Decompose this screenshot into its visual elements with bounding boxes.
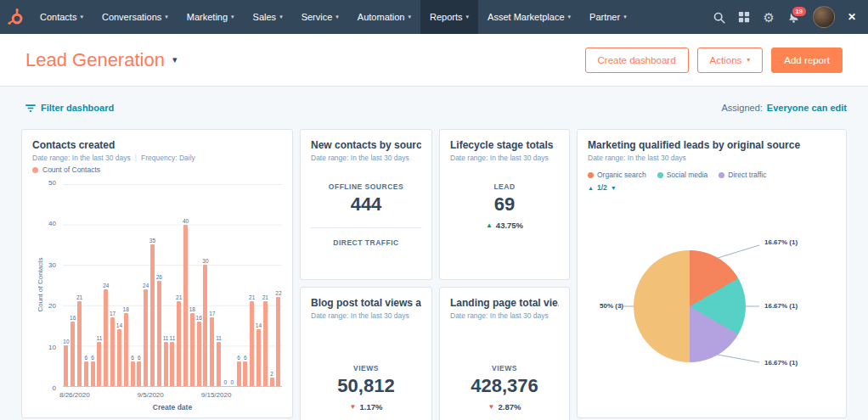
notification-count-badge: 19 — [791, 5, 808, 19]
delta-value: 43.75% — [496, 221, 523, 230]
nav-utilities: ⚙ 19 ✕ — [713, 0, 868, 34]
nav-item-marketing[interactable]: Marketing▾ — [178, 0, 244, 34]
nav-item-automation[interactable]: Automation▾ — [348, 0, 420, 34]
trend-down-icon: ▼ — [350, 404, 357, 411]
nav-item-reports[interactable]: Reports▾ — [420, 0, 478, 34]
dashboard-header: Lead Generation ▾ Create dashboard Actio… — [0, 34, 868, 87]
user-avatar[interactable] — [813, 6, 835, 28]
date-range-label: Date range: In the last 30 days — [588, 154, 836, 162]
pie-slice-label: 16.67% (1) — [764, 359, 798, 367]
date-range-label: Date range: In the last 30 days — [32, 154, 131, 162]
nav-item-partner[interactable]: Partner▾ — [580, 0, 636, 34]
pie-slice-label: 16.67% (1) — [764, 238, 798, 246]
x-axis-title: Create date — [63, 403, 282, 412]
legend-label: Social media — [667, 171, 708, 179]
legend-pagination[interactable]: ▲ 1/2 ▼ — [578, 179, 846, 192]
page-indicator: 1/2 — [597, 183, 607, 192]
legend-label: Organic search — [597, 171, 646, 179]
top-navigation: Contacts▾ Conversations▾ Marketing▾ Sale… — [0, 0, 868, 34]
card-title: New contacts by source — [311, 139, 421, 151]
legend-item: Social media — [657, 171, 708, 179]
chevron-down-icon: ▾ — [335, 14, 339, 20]
delta-value: 2.87% — [498, 402, 521, 412]
nav-item-service[interactable]: Service▾ — [292, 0, 348, 34]
metric-block: OFFLINE SOURCES 444 — [301, 182, 431, 216]
legend-dot — [588, 172, 594, 178]
x-tick: 9/15/2020 — [201, 391, 232, 399]
notifications-bell-icon[interactable]: 19 — [787, 11, 800, 24]
assigned-label: Assigned: — [722, 103, 763, 113]
actions-button[interactable]: Actions▾ — [697, 48, 764, 73]
filter-dashboard-link[interactable]: Filter dashboard — [25, 103, 114, 113]
metric-delta: ▼ 1.17% — [301, 402, 431, 412]
card-contacts-created: Contacts created Date range: In the last… — [21, 129, 293, 418]
trend-down-icon: ▼ — [488, 404, 495, 411]
x-axis-ticks: 8/26/2020 9/5/2020 9/15/2020 — [63, 391, 282, 400]
chevron-down-icon: ▾ — [80, 14, 83, 20]
x-tick: 8/26/2020 — [59, 391, 90, 399]
legend-item: Organic search — [588, 171, 646, 179]
legend-dot — [32, 167, 38, 173]
chevron-down-icon: ▾ — [165, 14, 168, 20]
pie-legend: Organic search Social media Direct traff… — [578, 162, 846, 179]
bar-series: 1016216611241714186624352611112140181630… — [63, 184, 282, 386]
card-new-contacts-by-source: New contacts by source Date range: In th… — [300, 129, 432, 280]
card-lifecycle-stage-totals: Lifecycle stage totals Date range: In th… — [439, 129, 570, 280]
nav-item-conversations[interactable]: Conversations▾ — [93, 0, 178, 34]
card-title: Contacts created — [32, 139, 282, 151]
add-report-button[interactable]: Add report — [771, 48, 843, 73]
trend-up-icon: ▲ — [486, 222, 493, 229]
bar-chart-plot: 1016216611241714186624352611112140181630… — [63, 184, 282, 387]
chevron-down-icon: ▾ — [568, 14, 572, 20]
metric-value: 428,376 — [440, 375, 569, 397]
assigned-value-link[interactable]: Everyone can edit — [767, 103, 847, 113]
button-label: Actions — [710, 55, 742, 65]
nav-item-label: Service — [302, 12, 333, 22]
metric-value: 444 — [301, 193, 431, 216]
create-dashboard-button[interactable]: Create dashboard — [585, 48, 689, 73]
metric-value: 69 — [440, 193, 569, 216]
nav-item-sales[interactable]: Sales▾ — [244, 0, 292, 34]
nav-item-label: Asset Marketplace — [488, 12, 564, 22]
chevron-down-icon: ▾ — [409, 14, 412, 20]
page-title: Lead Generation — [25, 49, 165, 71]
settings-gear-icon[interactable]: ⚙ — [763, 11, 774, 24]
nav-item-asset-marketplace[interactable]: Asset Marketplace▾ — [478, 0, 580, 34]
pie-slice-label: 16.67% (1) — [764, 302, 798, 310]
page-down-icon[interactable]: ▼ — [611, 185, 617, 191]
divider: | — [135, 154, 137, 162]
chevron-down-icon: ▾ — [466, 14, 470, 20]
nav-item-label: Automation — [358, 12, 405, 22]
delta-value: 1.17% — [359, 402, 382, 412]
page-up-icon[interactable]: ▲ — [588, 185, 594, 191]
search-icon[interactable] — [713, 11, 725, 24]
date-range-label: Date range: In the last 30 days — [450, 154, 559, 162]
metric-label: LEAD — [440, 182, 569, 191]
dashboard-selector-caret-icon[interactable]: ▾ — [172, 54, 178, 65]
metric-block: LEAD 69 ▲ 43.75% — [440, 182, 569, 230]
chevron-down-icon: ▾ — [231, 14, 234, 20]
legend-item: Direct traffic — [719, 171, 766, 179]
divider — [311, 227, 421, 228]
main-menu: Contacts▾ Conversations▾ Marketing▾ Sale… — [31, 0, 636, 34]
legend-dot — [657, 172, 663, 178]
nav-item-label: Reports — [430, 12, 463, 22]
legend-label: Direct traffic — [728, 171, 766, 179]
chevron-down-icon: ▾ — [279, 14, 283, 20]
button-label: Create dashboard — [598, 55, 676, 65]
card-subtitle: Date range: In the last 30 days|Frequenc… — [32, 154, 282, 162]
hubspot-logo-icon[interactable] — [0, 0, 31, 34]
y-axis-ticks: 50403020100 — [34, 179, 56, 392]
metric-delta: ▼ 2.87% — [440, 402, 569, 412]
marketplace-grid-icon[interactable] — [738, 11, 750, 23]
nav-item-contacts[interactable]: Contacts▾ — [31, 0, 93, 34]
pie-slice-label: 50% (3) — [583, 302, 623, 310]
sprocket-icon — [7, 8, 24, 25]
legend-label: Count of Contacts — [42, 165, 100, 174]
close-icon[interactable]: ✕ — [848, 11, 856, 23]
metric-block: VIEWS 428,376 ▼ 2.87% — [440, 364, 569, 412]
nav-item-label: Conversations — [102, 12, 161, 22]
filter-bar: Filter dashboard Assigned: Everyone can … — [25, 97, 847, 119]
card-title: Marketing qualified leads by original so… — [588, 139, 836, 151]
card-blog-post-total-views: Blog post total views a... Date range: I… — [300, 287, 432, 420]
